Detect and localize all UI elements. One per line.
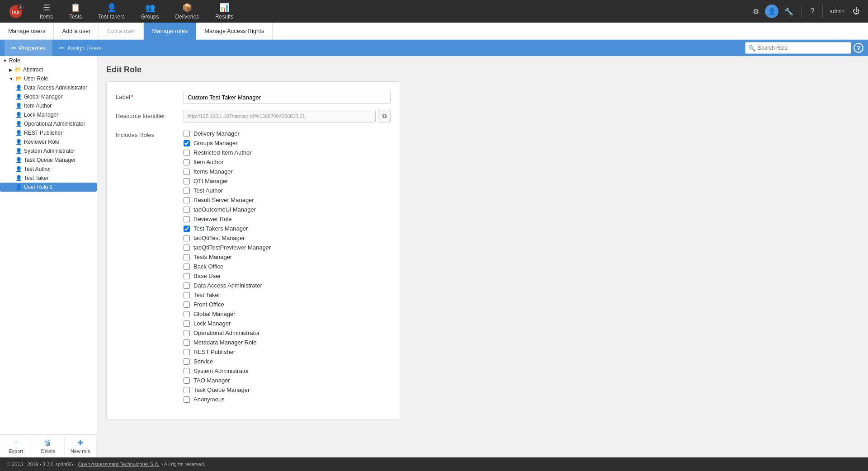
role-checkbox-test-taker[interactable] xyxy=(184,292,190,298)
list-item: Items Manager xyxy=(184,167,391,176)
role-checkbox-item-author[interactable] xyxy=(184,159,190,165)
role-checkbox-front-office[interactable] xyxy=(184,301,190,308)
role-checkbox-taoqtitest-manager[interactable] xyxy=(184,235,190,241)
logout-icon[interactable]: ⏻ xyxy=(849,4,863,19)
role-checkbox-taoqtitestpreviewer-manager[interactable] xyxy=(184,245,190,251)
role-label-base-user: Base User xyxy=(193,273,221,279)
list-item: Tests Manager xyxy=(184,252,391,262)
role-checkbox-metadata-manager-role[interactable] xyxy=(184,339,190,346)
search-help-icon[interactable]: ? xyxy=(854,43,863,53)
role-checkbox-result-server-manager[interactable] xyxy=(184,197,190,203)
export-button[interactable]: ↑ Export xyxy=(0,435,32,457)
sub-tab-properties[interactable]: ✏ Properties xyxy=(5,40,52,56)
tab-edit-user[interactable]: Edit a user xyxy=(99,23,144,40)
sidebar-item-user-role[interactable]: ▼ 📂 User Role xyxy=(0,74,97,83)
search-role-input[interactable] xyxy=(758,45,848,51)
sidebar-item-abstract[interactable]: ▶ 📁 Abstract xyxy=(0,65,97,74)
role-checkbox-tao-manager[interactable] xyxy=(184,377,190,384)
tools-icon[interactable]: 🔧 xyxy=(781,4,797,19)
role-checkbox-operational-administrator[interactable] xyxy=(184,330,190,336)
users-nav-icon[interactable]: 👤 xyxy=(765,5,778,18)
role-checkbox-anonymous[interactable] xyxy=(184,396,190,403)
help-icon[interactable]: ? xyxy=(807,4,818,19)
sidebar-item-item-author[interactable]: 👤 Item Author xyxy=(0,101,97,110)
role-checkbox-qti-manager[interactable] xyxy=(184,178,190,184)
top-navigation: tao ☰ Items 📋 Tests 👤 Test-takers 👥 Grou… xyxy=(0,0,868,23)
sidebar-item-data-access-admin[interactable]: 👤 Data Access Administrator xyxy=(0,83,97,92)
sub-tab-bar: ✏ Properties ✏ Assign Users 🔍 ? xyxy=(0,40,868,56)
role-checkbox-taooutcomeui-manager[interactable] xyxy=(184,207,190,213)
role-checkbox-rest-publisher[interactable] xyxy=(184,349,190,355)
nav-item-test-takers[interactable]: 👤 Test-takers xyxy=(90,0,133,23)
role-checkbox-test-takers-manager[interactable] xyxy=(184,226,190,232)
user-icon-operational-admin: 👤 xyxy=(15,121,22,127)
role-checkbox-lock-manager[interactable] xyxy=(184,320,190,327)
footer-link[interactable]: Open Assessment Technologies S.A. xyxy=(78,462,159,467)
includes-roles-list: Delivery ManagerGroups ManagerRestricted… xyxy=(184,129,391,404)
nav-label-tests: Tests xyxy=(69,14,82,20)
role-label-taoqtitest-manager: taoQtiTest Manager xyxy=(193,235,245,241)
role-checkbox-delivery-manager[interactable] xyxy=(184,131,190,137)
sidebar-item-reviewer-role[interactable]: 👤 Reviewer Role xyxy=(0,137,97,146)
deliveries-icon: 📦 xyxy=(182,3,192,13)
sidebar-item-rest-publisher[interactable]: 👤 REST Publisher xyxy=(0,128,97,137)
role-checkbox-system-administrator[interactable] xyxy=(184,368,190,374)
search-icon: 🔍 xyxy=(748,45,755,52)
role-label-delivery-manager: Delivery Manager xyxy=(193,130,240,137)
delete-button[interactable]: 🗑 Delete xyxy=(32,435,64,457)
sub-tab-assign-users[interactable]: ✏ Assign Users xyxy=(52,40,108,56)
tab-manage-roles[interactable]: Manage roles xyxy=(144,23,196,40)
logo[interactable]: tao xyxy=(5,2,27,20)
export-icon: ↑ xyxy=(14,439,18,447)
role-checkbox-data-access-administrator[interactable] xyxy=(184,283,190,289)
new-role-button[interactable]: ✚ New role xyxy=(65,435,97,457)
sidebar-item-task-queue-manager[interactable]: 👤 Task Queue Manager xyxy=(0,155,97,165)
sidebar-item-operational-admin[interactable]: 👤 Operational Administrator xyxy=(0,119,97,128)
sidebar-item-global-manager[interactable]: 👤 Global Manager xyxy=(0,92,97,101)
list-item: Restricted Item Author xyxy=(184,148,391,157)
role-checkbox-back-office[interactable] xyxy=(184,264,190,270)
tab-manage-users[interactable]: Manage users xyxy=(0,23,54,40)
sidebar-item-lock-manager[interactable]: 👤 Lock Manager xyxy=(0,110,97,119)
role-checkbox-tests-manager[interactable] xyxy=(184,254,190,260)
tab-manage-access-rights[interactable]: Manage Access Rights xyxy=(196,23,273,40)
nav-item-tests[interactable]: 📋 Tests xyxy=(61,0,90,23)
tab-add-user[interactable]: Add a user xyxy=(54,23,99,40)
nav-item-deliveries[interactable]: 📦 Deliveries xyxy=(167,0,207,23)
nav-item-groups[interactable]: 👥 Groups xyxy=(133,0,167,23)
role-checkbox-restricted-item-author[interactable] xyxy=(184,150,190,156)
role-checkbox-items-manager[interactable] xyxy=(184,169,190,175)
role-checkbox-reviewer-role[interactable] xyxy=(184,216,190,222)
role-checkbox-test-author[interactable] xyxy=(184,188,190,194)
label-input[interactable] xyxy=(184,91,391,104)
role-checkbox-global-manager[interactable] xyxy=(184,311,190,317)
includes-roles-label: Includes Roles xyxy=(116,129,184,138)
role-checkbox-service[interactable] xyxy=(184,358,190,365)
role-checkbox-groups-manager[interactable] xyxy=(184,140,190,146)
settings-icon[interactable]: ⚙ xyxy=(749,4,763,19)
role-checkbox-base-user[interactable] xyxy=(184,273,190,279)
list-item: REST Publisher xyxy=(184,347,391,357)
sidebar-item-test-author[interactable]: 👤 Test Author xyxy=(0,165,97,174)
nav-item-items[interactable]: ☰ Items xyxy=(32,0,61,23)
sidebar-item-user-role-1[interactable]: 👤 User Role 1 xyxy=(0,183,97,192)
user-icon-item-author: 👤 xyxy=(15,103,22,109)
resource-id-input[interactable] xyxy=(184,110,376,122)
sidebar-item-role-root[interactable]: ▼ Role xyxy=(0,56,97,65)
resource-identifier-row: Resource Identifier ⧉ xyxy=(116,110,391,122)
user-icon-test-author: 👤 xyxy=(15,166,22,172)
sidebar-item-system-admin[interactable]: 👤 System Administrator xyxy=(0,146,97,155)
role-checkbox-task-queue-manager[interactable] xyxy=(184,387,190,393)
list-item: TAO Manager xyxy=(184,376,391,385)
nav-label-results: Results xyxy=(215,14,233,20)
footer-text: © 2013 - 2019 · 3.3.0-sprint96 · xyxy=(7,462,75,467)
tree-toggle-user-role: ▼ xyxy=(9,76,14,81)
sidebar-item-test-taker[interactable]: 👤 Test Taker xyxy=(0,174,97,183)
assign-users-icon: ✏ xyxy=(59,45,64,52)
nav-item-results[interactable]: 📊 Results xyxy=(207,0,241,23)
content-area: Edit Role Label* Resource Identifier ⧉ I… xyxy=(97,56,868,457)
role-label-global-manager: Global Manager xyxy=(193,311,236,317)
list-item: Reviewer Role xyxy=(184,214,391,224)
user-icon-global-manager: 👤 xyxy=(15,94,22,100)
copy-resource-id-button[interactable]: ⧉ xyxy=(378,110,391,122)
